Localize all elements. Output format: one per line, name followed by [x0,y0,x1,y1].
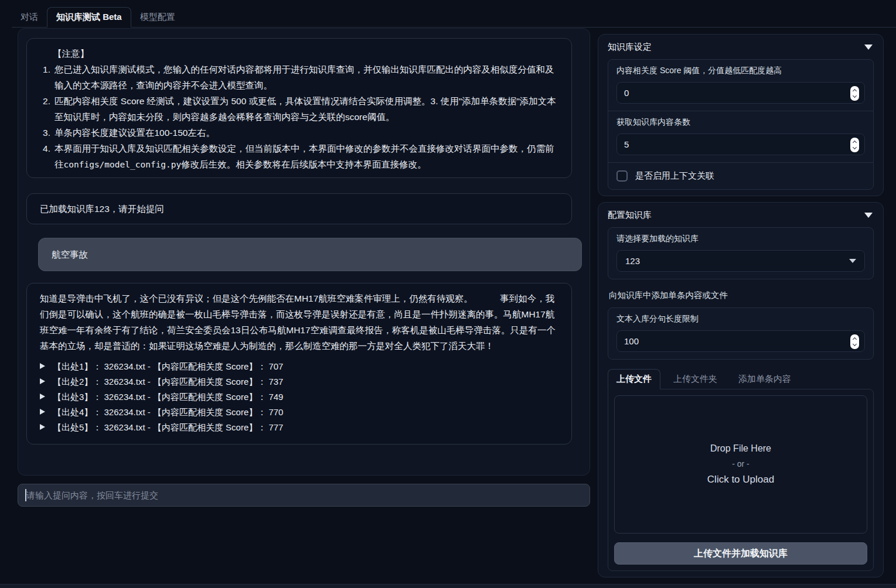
question-input[interactable] [18,484,590,507]
expand-triangle-icon[interactable] [40,409,45,415]
expand-triangle-icon[interactable] [40,424,45,430]
tab-dialog[interactable]: 对话 [12,8,47,27]
kb-select-form: 请选择要加载的知识库 123 [608,227,874,279]
number-spinner[interactable] [850,86,859,101]
subtab-upload-folder[interactable]: 上传文件夹 [665,370,725,389]
kb-settings-title: 知识库设定 [608,42,652,53]
chevron-down-icon[interactable] [864,213,873,218]
score-threshold-label: 内容相关度 Score 阈值，分值越低匹配度越高 [616,66,865,75]
source-item-5[interactable]: 【出处5】： 326234.txt - 【内容匹配相关度 Score】： 777 [40,419,558,435]
notice-title: 【注意】 [40,46,558,61]
spinner-down-icon[interactable] [853,94,857,98]
context-link-checkbox[interactable] [616,170,628,182]
top-tabbar: 对话 知识库测试 Beta 模型配置 [12,9,896,28]
dropzone-line1: Drop File Here [710,443,771,454]
context-link-label[interactable]: 是否启用上下文关联 [635,170,714,182]
topk-label: 获取知识库内容条数 [616,117,865,127]
number-spinner[interactable] [850,334,859,349]
score-threshold-input[interactable]: 0 [616,82,865,104]
kb-settings-accordion: 知识库设定 内容相关度 Score 阈值，分值越低匹配度越高 0 获取知识库内容… [598,34,884,196]
context-link-checkbox-row[interactable]: 是否启用上下文关联 [608,163,873,189]
notice-item: 4. 本界面用于知识入库及知识匹配相关参数设定，但当前版本中，本界面中修改的参数… [40,141,558,173]
kb-config-accordion: 配置知识库 请选择要加载的知识库 123 向知识库中添加单条内容或文件 文本入库… [598,202,884,577]
tab-kb-test[interactable]: 知识库测试 Beta [47,7,131,28]
bot-message-loaded: 已加载知识库123，请开始提问 [26,193,572,224]
subtab-add-single-content[interactable]: 添加单条内容 [730,370,799,389]
source-item-2[interactable]: 【出处2】： 326234.txt - 【内容匹配相关度 Score】： 737 [40,374,558,389]
expand-triangle-icon[interactable] [40,394,45,399]
sentence-length-label: 文本入库分句长度限制 [616,314,865,323]
footer-strip [0,584,896,588]
sentence-length-input[interactable]: 100 [616,330,865,352]
notice-message: 【注意】 1. 您已进入知识库测试模式，您输入的任何对话内容都将用于进行知识库查… [26,38,572,178]
answer-paragraph: 知道是导弹击中飞机了，这个已没有异议；但是这个先例能否在MH17航班空难案件审理… [40,290,558,354]
dropzone-line2: - or - [732,459,749,469]
user-message: 航空事故 [38,238,582,271]
tab-model-config[interactable]: 模型配置 [131,8,184,27]
dropdown-caret-icon[interactable] [849,259,856,263]
topk-input[interactable]: 5 [616,134,865,155]
code-path: configs/model_config.py [64,160,182,169]
kb-settings-form: 内容相关度 Score 阈值，分值越低匹配度越高 0 获取知识库内容条数 5 [608,59,874,190]
kb-select-dropdown[interactable]: 123 [616,250,865,272]
upload-subtabs: 上传文件 上传文件夹 添加单条内容 [608,369,874,389]
chatbot-panel: 【注意】 1. 您已进入知识库测试模式，您输入的任何对话内容都将用于进行知识库查… [18,28,590,476]
spinner-up-icon[interactable] [853,337,857,341]
sentence-length-form: 文本入库分句长度限制 100 [608,307,874,360]
bot-message-answer: 知道是导弹击中飞机了，这个已没有异议；但是这个先例能否在MH17航班空难案件审理… [26,283,572,445]
subtab-upload-file[interactable]: 上传文件 [608,369,660,389]
file-dropzone[interactable]: Drop File Here - or - Click to Upload [614,395,867,534]
notice-item: 3. 单条内容长度建议设置在100-150左右。 [40,125,558,141]
upload-tab-panel: Drop File Here - or - Click to Upload 上传… [608,389,874,571]
spinner-down-icon[interactable] [853,145,857,149]
source-item-4[interactable]: 【出处4】： 326234.txt - 【内容匹配相关度 Score】： 770 [40,404,558,419]
expand-triangle-icon[interactable] [40,363,45,369]
question-input-wrap [18,484,590,507]
upload-and-load-kb-button[interactable]: 上传文件并加载知识库 [614,542,867,565]
spinner-down-icon[interactable] [853,342,857,346]
dropzone-line3: Click to Upload [707,474,774,486]
kb-config-accordion-header[interactable]: 配置知识库 [608,209,874,221]
source-item-3[interactable]: 【出处3】： 326234.txt - 【内容匹配相关度 Score】： 749 [40,389,558,404]
add-content-label: 向知识库中添加单条内容或文件 [609,290,873,301]
spinner-up-icon[interactable] [853,141,857,145]
notice-item: 1. 您已进入知识库测试模式，您输入的任何对话内容都将用于进行知识库查询，并仅输… [40,61,558,93]
kb-settings-accordion-header[interactable]: 知识库设定 [608,41,874,53]
text-cursor [25,489,26,501]
notice-item: 2. 匹配内容相关度 Score 经测试，建议设置为 500 或更低，具体设置情… [40,93,558,125]
source-item-1[interactable]: 【出处1】： 326234.txt - 【内容匹配相关度 Score】： 707 [40,358,558,374]
number-spinner[interactable] [850,138,859,152]
spinner-up-icon[interactable] [853,89,857,93]
kb-config-title: 配置知识库 [608,210,652,221]
chevron-down-icon[interactable] [864,45,873,50]
kb-select-label: 请选择要加载的知识库 [616,234,865,243]
expand-triangle-icon[interactable] [40,378,45,384]
